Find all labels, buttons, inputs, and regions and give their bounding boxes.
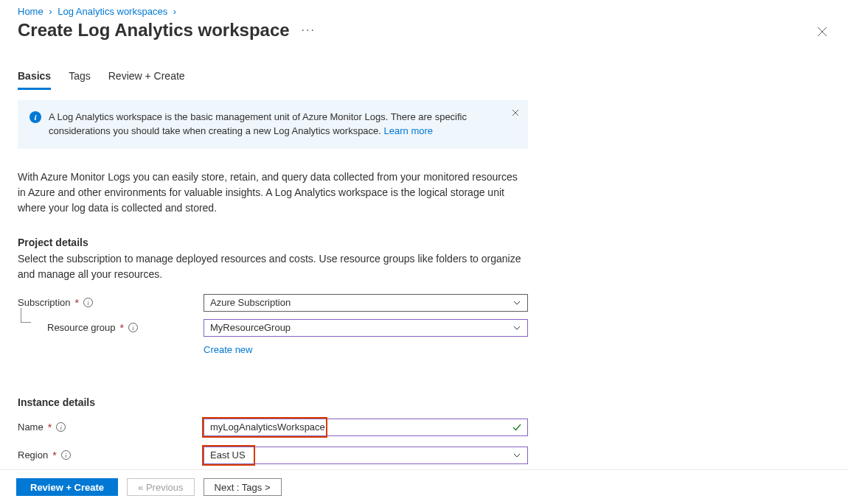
info-banner-text: A Log Analytics workspace is the basic m… — [49, 111, 498, 139]
instance-details-heading: Instance details — [18, 396, 528, 408]
chevron-down-icon — [512, 323, 521, 335]
subscription-value: Azure Subscription — [210, 297, 291, 308]
region-label: Region — [18, 449, 48, 461]
description-text: With Azure Monitor Logs you can easily s… — [18, 169, 528, 216]
name-value: myLogAnalyticsWorkspace — [210, 421, 325, 433]
chevron-right-icon: › — [173, 6, 176, 17]
breadcrumb-home[interactable]: Home — [18, 6, 44, 17]
resource-group-label: Resource group — [47, 322, 116, 333]
check-icon — [512, 422, 522, 435]
info-icon[interactable]: i — [128, 323, 138, 332]
resource-group-select[interactable]: MyResourceGroup — [204, 319, 528, 337]
connector-line — [21, 308, 31, 323]
chevron-down-icon — [512, 451, 521, 462]
project-details-sub: Select the subscription to manage deploy… — [18, 251, 528, 282]
name-label: Name — [18, 421, 44, 433]
breadcrumb: Home › Log Analytics workspaces › — [0, 0, 848, 17]
tabs: Basics Tags Review + Create — [0, 46, 848, 90]
breadcrumb-workspaces[interactable]: Log Analytics workspaces — [58, 6, 167, 17]
resource-group-value: MyResourceGroup — [210, 322, 291, 333]
name-input[interactable]: myLogAnalyticsWorkspace — [204, 419, 528, 436]
subscription-select[interactable]: Azure Subscription — [204, 294, 528, 312]
project-details-heading: Project details — [18, 237, 528, 248]
required-icon: * — [120, 322, 124, 334]
info-banner: i A Log Analytics workspace is the basic… — [18, 100, 528, 149]
required-icon: * — [52, 449, 56, 461]
review-create-button[interactable]: Review + Create — [16, 478, 118, 496]
required-icon: * — [48, 421, 52, 433]
tab-tags[interactable]: Tags — [69, 70, 91, 90]
page-title: Create Log Analytics workspace — [18, 20, 290, 41]
tab-review[interactable]: Review + Create — [108, 70, 185, 90]
region-value: East US — [210, 449, 246, 461]
info-icon: i — [29, 111, 41, 123]
create-new-link[interactable]: Create new — [204, 344, 252, 355]
close-button[interactable] — [817, 27, 827, 39]
region-select[interactable]: East US — [204, 447, 528, 464]
chevron-down-icon — [512, 298, 521, 309]
footer-bar: Review + Create « Previous Next : Tags > — [0, 469, 848, 504]
required-icon: * — [75, 297, 79, 309]
dismiss-banner-button[interactable] — [512, 108, 519, 119]
chevron-right-icon: › — [49, 6, 52, 17]
info-icon[interactable]: i — [61, 450, 71, 460]
more-menu-button[interactable]: ··· — [302, 24, 316, 37]
info-icon[interactable]: i — [56, 422, 66, 432]
learn-more-link[interactable]: Learn more — [384, 125, 433, 136]
subscription-label: Subscription — [18, 297, 71, 308]
next-button[interactable]: Next : Tags > — [204, 478, 282, 496]
tab-basics[interactable]: Basics — [18, 70, 51, 90]
previous-button: « Previous — [127, 478, 194, 496]
info-icon[interactable]: i — [83, 298, 93, 307]
